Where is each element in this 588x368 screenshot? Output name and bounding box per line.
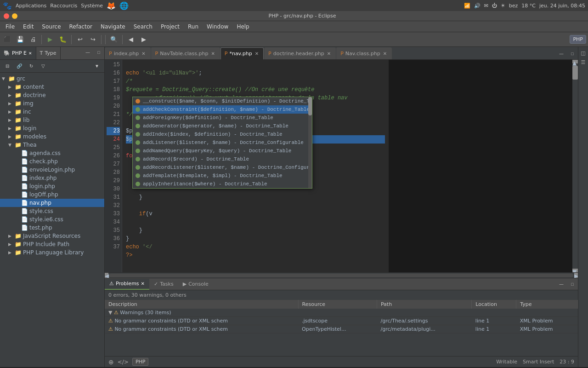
bottom-panel-maximize[interactable]: □ [567,279,578,290]
editor-scrollbar-v[interactable]: ▲ ▼ [572,60,578,272]
scrollbar-down-arrow[interactable]: ▼ [572,269,578,272]
menu-search[interactable]: Search [130,23,156,31]
tab-navtable[interactable]: P NavTable.class.php ✕ [151,47,220,59]
ac-item-construct[interactable]: __construct($name, $conn, $initDefinitio… [133,97,312,105]
menu-edit[interactable]: Edit [19,23,37,31]
tree-item-logoff-php[interactable]: 📄 logOff.php [0,190,104,199]
tree-item-style-css[interactable]: 📄 style.css [0,207,104,215]
tab-index-php-close[interactable]: ✕ [141,51,146,56]
tree-item-agenda-css[interactable]: 📄 agenda.css [0,149,104,157]
tree-item-check-php[interactable]: 📄 check.php [0,157,104,166]
redo-button[interactable]: ↪ [87,34,98,45]
menu-help[interactable]: Help [233,23,253,31]
menu-window[interactable]: Window [203,23,232,31]
ac-item-addtemplate[interactable]: addTemplate($template, $impl) - Doctrine… [133,172,312,180]
warnings-expand-icon[interactable]: ▼ [108,310,112,316]
filter-button[interactable]: ▽ [38,61,49,72]
tab-doctrine-header[interactable]: P doctrine.header.php ✕ [264,47,336,59]
tree-item-index-php[interactable]: 📄 index.php [0,174,104,182]
tree-item-php-include[interactable]: ▶ 📁 PHP Include Path [0,240,104,248]
editor-scroll-thumb[interactable] [572,66,578,80]
tree-item-lib[interactable]: ▶ 📁 lib [0,116,104,124]
firefox-icon[interactable]: 🦊 [107,1,116,10]
print-button[interactable]: 🖨 [28,34,39,45]
window-close-btn[interactable] [4,13,9,19]
search-toolbar-button[interactable]: 🔍 [108,34,119,45]
tree-item-grc[interactable]: ▼ 📁 grc [0,75,104,83]
editor-scrollbar-h[interactable]: ◀ ▶ [105,272,578,278]
ac-item-addrecord[interactable]: addRecord($record) - Doctrine_Table [133,155,312,163]
close-explorer-icon[interactable]: ✕ [28,51,32,56]
system-menu[interactable]: Système [81,3,103,9]
collapse-all-button[interactable]: ⊟ [2,61,13,72]
autocomplete-dropdown[interactable]: __construct($name, $conn, $initDefinitio… [132,97,312,189]
tree-item-doctrine[interactable]: ▶ 📁 doctrine [0,91,104,99]
ac-item-addrecordlistener[interactable]: addRecordListener($listener, $name) - Do… [133,163,312,172]
menu-project[interactable]: Project [157,23,183,31]
save-button[interactable]: 💾 [15,34,26,45]
problems-tab-close[interactable]: ✕ [141,281,145,286]
scrollbar-right-arrow[interactable]: ▶ [574,273,578,278]
debug-button[interactable]: 🐛 [57,34,68,45]
menu-source[interactable]: Source [38,23,64,31]
tree-item-js-resources[interactable]: ▶ 📁 JavaScript Resources [0,232,104,240]
tab-tasks[interactable]: ✓ Tasks [149,279,178,290]
tree-item-inc[interactable]: ▶ 📁 inc [0,108,104,116]
tree-item-envoie-login[interactable]: 📄 envoieLogin.php [0,166,104,174]
php-explorer-tab[interactable]: 🐘 PHP E ✕ [0,47,36,59]
menu-refactor[interactable]: Refactor [66,23,96,31]
ac-item-addlistener[interactable]: addListener($listener, $name) - Doctrine… [133,138,312,147]
ac-scrollbar[interactable] [308,97,312,188]
bottom-panel-minimize[interactable]: — [556,279,567,290]
tasks-panel-icon[interactable]: ☰ [579,58,588,66]
editor-minimize-btn[interactable]: — [556,48,567,59]
tree-item-login[interactable]: ▶ 📁 login [0,124,104,132]
view-menu-button[interactable]: ▼ [91,61,102,72]
shortcuts-menu[interactable]: Raccourcis [50,3,77,9]
tree-item-thea[interactable]: ▼ 📁 Thea [0,141,104,149]
link-editor-button[interactable]: 🔗 [14,61,25,72]
tree-item-style-ie6[interactable]: 📄 style.ie6.css [0,215,104,224]
tab-navtable-close[interactable]: ✕ [210,51,215,56]
maximize-panel-button[interactable]: □ [93,47,104,58]
app-menu-icon[interactable]: 🐾 [3,1,12,10]
applications-menu[interactable]: Applications [16,3,46,9]
tab-doctrine-close[interactable]: ✕ [326,51,332,56]
tree-item-img[interactable]: ▶ 📁 img [0,99,104,108]
menu-file[interactable]: File [2,23,18,31]
scrollbar-up-arrow[interactable]: ▲ [572,60,578,63]
ac-item-addgenerator[interactable]: addGenerator($generator, $name) - Doctri… [133,122,312,130]
add-task-icon[interactable]: ⊕ [108,358,114,366]
tab-index-php[interactable]: P index.php ✕ [105,47,151,59]
prev-button[interactable]: ◀ [125,34,136,45]
tab-nav-php-close[interactable]: ✕ [254,51,260,56]
editor-maximize-btn[interactable]: □ [567,48,578,59]
run-button[interactable]: ▶ [45,34,56,45]
ac-item-addindex[interactable]: addIndex($index, $definition) - Doctrine… [133,130,312,138]
ac-item-applyinheritance[interactable]: applyInheritance($where) - Doctrine_Tabl… [133,180,312,188]
undo-button[interactable]: ↩ [74,34,85,45]
tree-item-login-php[interactable]: 📄 login.php [0,182,104,190]
new-button[interactable]: ⬛ [2,34,13,45]
ac-item-addnamedquery[interactable]: addNamedQuery($queryKey, $query) - Doctr… [133,147,312,155]
ac-scrollbar-thumb[interactable] [308,97,312,115]
ac-item-addforeignkey[interactable]: addForeignKey($definition) - Doctrine_Ta… [133,114,312,122]
tab-nav-php[interactable]: P *nav.php ✕ [220,47,264,59]
tab-problems[interactable]: ⚠ Problems ✕ [105,279,149,290]
type-tab[interactable]: T Type [36,47,61,59]
php-perspective-label[interactable]: PHP [570,35,586,44]
tree-item-nav-php[interactable]: 📄 nav.php [0,199,104,207]
tab-nav-class-close[interactable]: ✕ [382,51,388,56]
tab-nav-class[interactable]: P Nav.class.php ✕ [336,47,392,59]
scrollbar-left-arrow[interactable]: ◀ [105,273,108,278]
next-button[interactable]: ▶ [138,34,149,45]
outline-icon[interactable]: ◫ [579,49,588,57]
menu-navigate[interactable]: Navigate [97,23,129,31]
menu-run[interactable]: Run [184,23,202,31]
refresh-button[interactable]: ↻ [26,61,37,72]
minimize-panel-button[interactable]: — [82,47,93,58]
tree-item-test-php[interactable]: 📄 test.php [0,224,104,232]
ac-item-addcheckconstraint[interactable]: addCheckConstraint($definition, $name) -… [133,105,312,114]
tree-item-modeles[interactable]: ▶ 📁 modeles [0,132,104,141]
tree-item-php-lang-lib[interactable]: ▶ 📁 PHP Language Library [0,248,104,257]
